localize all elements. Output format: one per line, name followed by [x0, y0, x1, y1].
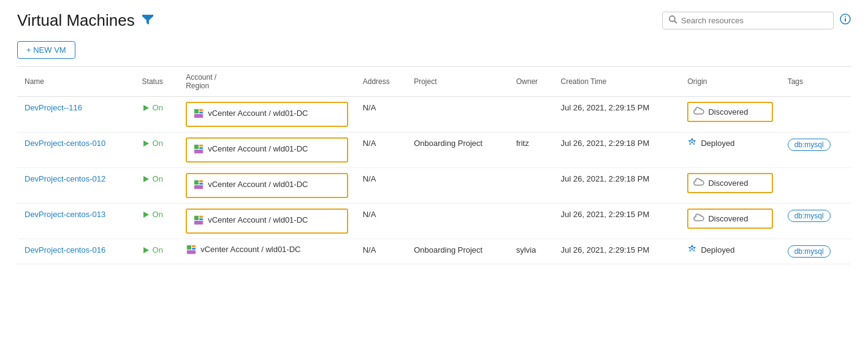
col-name: Name [17, 67, 135, 97]
vcenter-icon [186, 244, 197, 257]
new-vm-button[interactable]: + NEW VM [17, 41, 75, 59]
vm-status-cell: On [135, 239, 179, 264]
vm-account-cell: vCenter Account / wld01-DC [178, 168, 356, 204]
page-title: Virtual Machines [17, 11, 135, 30]
vm-tags-cell [780, 168, 851, 204]
vm-name-link[interactable]: DevProject-centos-010 [25, 139, 105, 148]
search-input[interactable] [681, 16, 827, 25]
account-cell-inner: vCenter Account / wld01-DC [186, 244, 348, 257]
vm-name-cell: DevProject-centos-010 [17, 132, 135, 168]
vm-origin-cell: Deployed [680, 132, 780, 168]
table-header-row: Name Status Account /Region Address Proj… [17, 67, 851, 97]
vm-address-cell: N/A [356, 97, 406, 132]
svg-point-18 [691, 142, 693, 144]
vm-project-cell: Onboarding Project [406, 132, 509, 168]
vm-name-link[interactable]: DevProject-centos-012 [25, 174, 105, 183]
vm-name-link[interactable]: DevProject--116 [25, 103, 82, 112]
svg-rect-13 [194, 145, 199, 149]
vcenter-icon [193, 215, 204, 228]
svg-rect-28 [199, 216, 203, 218]
origin-highlighted: Discovered [687, 209, 772, 229]
origin-text: Discovered [708, 107, 748, 117]
vm-status-cell: On [135, 97, 179, 132]
vm-project-cell: Onboarding Project [406, 239, 509, 264]
tag-badge[interactable]: db:mysql [788, 245, 831, 258]
account-highlighted: vCenter Account / wld01-DC [186, 173, 348, 198]
svg-rect-10 [194, 114, 203, 118]
vm-owner-cell [509, 168, 554, 204]
svg-point-38 [691, 248, 693, 250]
vm-creation-time-cell: Jul 26, 2021, 2:29:18 PM [554, 132, 680, 168]
account-highlighted: vCenter Account / wld01-DC [186, 209, 348, 234]
vm-tags-cell: db:mysql [780, 132, 851, 168]
svg-rect-24 [194, 185, 203, 189]
account-text: vCenter Account / wld01-DC [208, 108, 308, 119]
account-text: vCenter Account / wld01-DC [208, 215, 308, 226]
origin-highlighted: Discovered [687, 102, 772, 122]
vm-origin-cell: Deployed [680, 239, 780, 264]
vm-owner-cell: sylvia [509, 239, 554, 264]
svg-rect-15 [199, 147, 203, 149]
table-row: DevProject-centos-016 On vCenter Account… [17, 239, 851, 264]
svg-marker-25 [143, 212, 149, 218]
status-text: On [153, 139, 163, 148]
vm-name-cell: DevProject-centos-016 [17, 239, 135, 264]
vm-origin-cell: Discovered [680, 168, 780, 204]
svg-rect-9 [199, 112, 203, 113]
tag-badge[interactable]: db:mysql [788, 139, 831, 151]
status-indicator: On [142, 139, 172, 148]
vm-table: Name Status Account /Region Address Proj… [17, 66, 851, 264]
vm-creation-time-cell: Jul 26, 2021, 2:29:15 PM [554, 239, 680, 264]
vm-name-cell: DevProject--116 [17, 97, 135, 132]
table-row: DevProject-centos-013 On vCenter Account… [17, 204, 851, 239]
origin-text: Discovered [708, 214, 748, 223]
svg-rect-16 [194, 150, 203, 153]
header-right [662, 12, 851, 29]
account-highlighted: vCenter Account / wld01-DC [186, 102, 348, 127]
tag-badge[interactable]: db:mysql [788, 210, 831, 222]
vm-project-cell [406, 97, 509, 132]
origin-text: Deployed [701, 139, 734, 148]
vm-account-cell: vCenter Account / wld01-DC [178, 97, 356, 132]
svg-marker-31 [143, 247, 149, 253]
status-indicator: On [142, 174, 172, 183]
svg-point-4 [845, 17, 846, 18]
status-indicator: On [142, 210, 172, 219]
vm-owner-cell: fritz [509, 132, 554, 168]
origin-highlighted: Discovered [687, 173, 772, 193]
col-address: Address [356, 67, 406, 97]
vm-tags-cell: db:mysql [780, 204, 851, 239]
status-on-icon [142, 104, 150, 112]
vm-status-cell: On [135, 204, 179, 239]
vm-name-link[interactable]: DevProject-centos-016 [25, 245, 105, 255]
vm-account-cell: vCenter Account / wld01-DC [178, 204, 356, 239]
status-text: On [153, 210, 163, 219]
page-wrapper: Virtual Machines [0, 0, 868, 360]
col-status: Status [135, 67, 179, 97]
col-origin: Origin [680, 67, 780, 97]
status-on-icon [142, 175, 150, 183]
info-icon[interactable] [840, 13, 851, 28]
vm-owner-cell [509, 97, 554, 132]
vm-account-cell: vCenter Account / wld01-DC [178, 132, 356, 168]
search-box[interactable] [662, 12, 834, 29]
origin-cell-inner: Deployed [687, 137, 772, 149]
svg-rect-23 [199, 183, 203, 185]
col-creation-time: Creation Time [554, 67, 680, 97]
vm-name-link[interactable]: DevProject-centos-013 [25, 210, 105, 219]
vm-project-cell [406, 168, 509, 204]
table-row: DevProject-centos-010 On vCenter Account… [17, 132, 851, 168]
filter-icon[interactable] [142, 15, 153, 27]
col-tags: Tags [780, 67, 851, 97]
vcenter-icon [193, 144, 204, 156]
svg-rect-30 [194, 221, 203, 224]
status-text: On [153, 103, 163, 112]
status-indicator: On [142, 245, 172, 255]
col-project: Project [406, 67, 509, 97]
svg-marker-5 [143, 105, 149, 111]
discovered-icon [693, 107, 704, 117]
account-text: vCenter Account / wld01-DC [208, 179, 308, 190]
status-on-icon [142, 140, 150, 147]
vm-creation-time-cell: Jul 26, 2021, 2:29:15 PM [554, 97, 680, 132]
vcenter-icon [193, 179, 204, 192]
